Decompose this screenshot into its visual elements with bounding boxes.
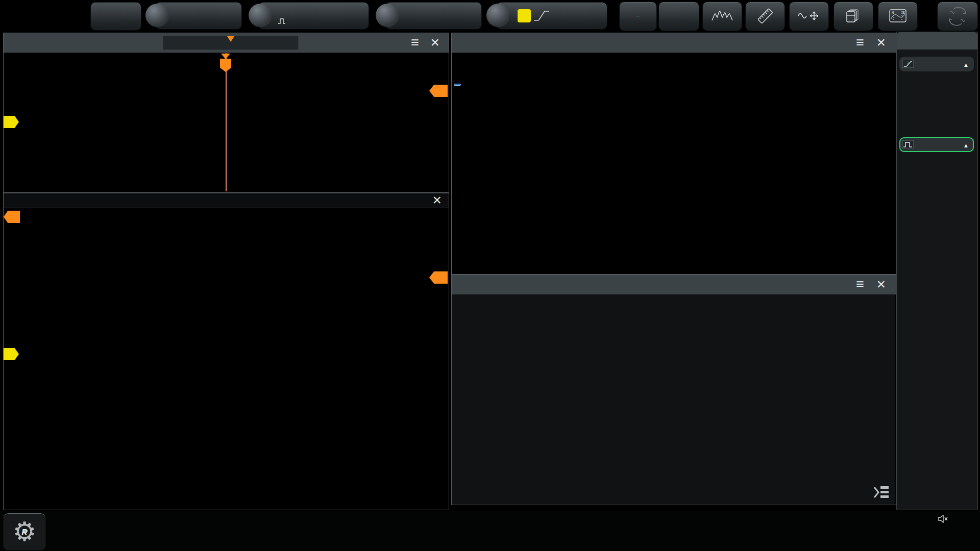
acquisition-position-strip[interactable] [163,36,299,50]
run-stop-button[interactable] [619,2,657,31]
oscilloscope-screen: AB ≡ × [0,0,980,551]
delayed-sweep-panel: × [3,193,449,510]
waveform-view-panel: ≡ × [3,33,449,193]
rise-time-icon [902,60,914,68]
trigger-source-badge [518,9,531,22]
svg-text:A: A [892,11,894,14]
clock-block [904,513,978,527]
waveform-view-header: ≡ × [4,33,449,53]
delayed-sweep-header: × [4,193,449,208]
rising-edge-icon [533,7,550,24]
waveform-refresh-button[interactable] [937,2,978,31]
fft-menu-icon[interactable]: ≡ [856,35,864,51]
trigger-badge [486,4,510,27]
peak-table [452,295,895,504]
bottom-bar: ⚙R [0,511,980,551]
results-title [897,32,977,49]
stacked-windows-icon [846,9,861,22]
circular-waveforms-icon [946,6,969,27]
peak-menu-icon[interactable]: ≡ [856,277,864,292]
trigger-settings[interactable] [485,2,607,30]
square-wave-icon [278,17,288,24]
horizontal-settings[interactable] [144,2,242,30]
default-button[interactable] [658,2,699,31]
waveform-close-icon[interactable]: × [430,34,439,51]
system-menu-button[interactable]: ⚙R [3,513,46,550]
measurement-card-rise-time[interactable]: ▲ [899,57,974,71]
acquire-badge [249,4,272,27]
cursor-ab-icon: AB [889,9,906,22]
delayed-close-icon[interactable]: × [432,191,442,209]
fft-plot[interactable] [452,53,895,255]
delay-badge [376,4,399,27]
delayed-plot[interactable] [4,208,448,509]
delayed-sweep-titlebar [4,195,449,205]
peak-close-icon[interactable]: × [876,276,886,293]
svg-text:B: B [902,11,905,14]
peak-search-panel: ≡ × [451,274,896,505]
rtsa-peaks-icon [712,10,733,21]
peak-search-header: ≡ × [452,275,896,295]
gear-icon: ⚙R [13,518,37,545]
speaker-muted-icon[interactable] [938,515,948,523]
results-sidebar: ▲ ▲ [896,32,978,510]
rect-draw-button[interactable] [789,2,829,31]
rtsa-button[interactable] [702,2,742,31]
pulse-width-icon [902,140,914,148]
collapse-triangle-icon[interactable]: ▲ [963,62,969,68]
acquire-settings[interactable] [247,2,369,30]
measure-button[interactable] [745,2,785,31]
fft-close-icon[interactable]: × [876,34,886,51]
sine-move-icon [797,10,821,21]
measurement-card-pulse-width[interactable]: ▲ [899,137,974,152]
trigger-position-triangle[interactable] [221,54,230,59]
fft-panel: ≡ × [451,33,896,274]
fft-m1-badge[interactable] [454,84,461,86]
trigger-position-line [226,53,227,191]
cursor-button[interactable]: AB [878,2,918,31]
waveform-menu-icon[interactable]: ≡ [411,35,419,51]
stop-label [636,15,640,16]
fft-header: ≡ × [452,33,896,53]
horizontal-badge [145,4,169,27]
top-bar: AB [0,0,980,32]
table-scroll-icon[interactable] [872,484,890,500]
ruler-icon [756,8,774,23]
delay-settings[interactable] [374,2,482,30]
multi-window-button[interactable] [834,2,873,31]
collapse-triangle-icon[interactable]: ▲ [963,142,969,148]
acquire-mode-row [278,17,290,24]
trigger-status-badge[interactable] [90,2,141,31]
